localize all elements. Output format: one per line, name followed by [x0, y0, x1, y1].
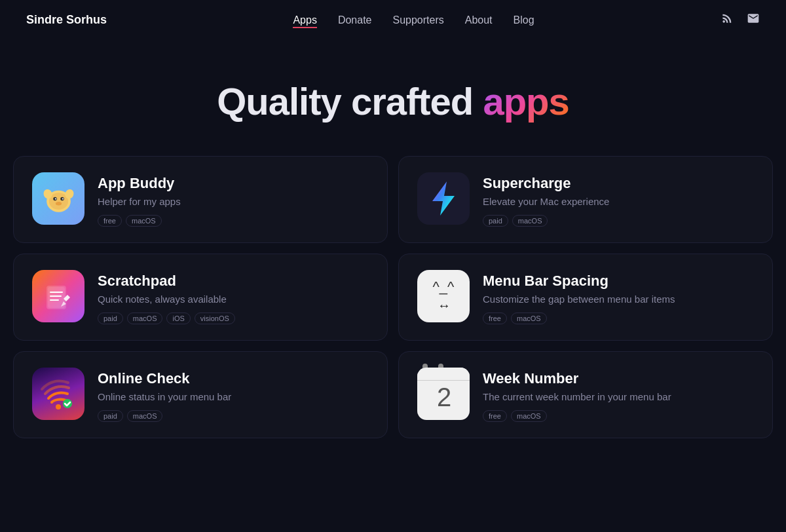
- tag-paid: paid: [483, 215, 508, 227]
- nav-icons: [720, 12, 760, 28]
- app-info-menu-bar-spacing: Menu Bar Spacing Customize the gap betwe…: [483, 270, 754, 324]
- app-name-online-check: Online Check: [98, 370, 369, 387]
- app-card-online-check[interactable]: Online Check Online status in your menu …: [13, 351, 388, 438]
- app-icon-week-number: 2: [417, 368, 470, 420]
- tag-visionos: visionOS: [195, 313, 235, 324]
- nav-link-about[interactable]: About: [465, 14, 493, 26]
- hero-title-gradient: apps: [483, 80, 569, 123]
- tag-free: free: [98, 215, 122, 227]
- tag-ios: iOS: [166, 313, 190, 324]
- tag-free: free: [483, 410, 507, 422]
- app-name-supercharge: Supercharge: [483, 175, 754, 192]
- app-tags-supercharge: paid macOS: [483, 215, 754, 227]
- nav-link-supporters[interactable]: Supporters: [392, 14, 443, 26]
- tag-macos: macOS: [512, 215, 548, 227]
- app-name-scratchpad: Scratchpad: [98, 273, 369, 290]
- app-tags-menu-bar-spacing: free macOS: [483, 313, 754, 324]
- app-tags-online-check: paid macOS: [98, 410, 369, 422]
- tag-paid: paid: [98, 410, 123, 422]
- app-info-app-buddy: App Buddy Helper for my apps free macOS: [98, 172, 369, 227]
- app-name-app-buddy: App Buddy: [98, 175, 369, 192]
- nav-links: Apps Donate Supporters About Blog: [293, 14, 534, 26]
- app-card-week-number[interactable]: 2 Week Number The current week number in…: [398, 351, 773, 438]
- app-name-menu-bar-spacing: Menu Bar Spacing: [483, 273, 754, 290]
- app-info-week-number: Week Number The current week number in y…: [483, 368, 754, 422]
- svg-point-7: [54, 198, 56, 199]
- hero-title-white: Quality crafted: [217, 80, 473, 123]
- app-desc-week-number: The current week number in your menu bar: [483, 391, 754, 402]
- app-tags-scratchpad: paid macOS iOS visionOS: [98, 313, 369, 324]
- apps-grid: App Buddy Helper for my apps free macOS: [0, 156, 786, 451]
- tag-macos: macOS: [126, 215, 162, 227]
- tag-macos: macOS: [511, 410, 547, 422]
- svg-point-14: [56, 404, 61, 409]
- app-icon-supercharge: [417, 172, 470, 225]
- svg-point-8: [62, 198, 63, 199]
- app-card-supercharge[interactable]: Supercharge Elevate your Mac experience …: [398, 156, 773, 243]
- tag-macos: macOS: [127, 410, 163, 422]
- nav-link-apps[interactable]: Apps: [293, 14, 316, 28]
- app-desc-app-buddy: Helper for my apps: [98, 196, 369, 207]
- app-name-week-number: Week Number: [483, 370, 754, 387]
- site-logo[interactable]: Sindre Sorhus: [26, 13, 107, 27]
- tag-paid: paid: [98, 313, 123, 324]
- nav-link-donate[interactable]: Donate: [338, 14, 372, 26]
- app-info-supercharge: Supercharge Elevate your Mac experience …: [483, 172, 754, 227]
- app-card-menu-bar-spacing[interactable]: ^_^ ↔ Menu Bar Spacing Customize the gap…: [398, 254, 773, 341]
- app-tags-app-buddy: free macOS: [98, 215, 369, 227]
- app-card-app-buddy[interactable]: App Buddy Helper for my apps free macOS: [13, 156, 388, 243]
- app-info-scratchpad: Scratchpad Quick notes, always available…: [98, 270, 369, 324]
- nav-link-blog[interactable]: Blog: [514, 14, 534, 26]
- app-icon-online-check: [32, 368, 84, 420]
- hero-title: Quality crafted apps: [26, 79, 760, 123]
- rss-icon[interactable]: [720, 12, 734, 28]
- app-icon-scratchpad: [32, 270, 84, 322]
- tag-free: free: [483, 313, 507, 324]
- app-card-scratchpad[interactable]: Scratchpad Quick notes, always available…: [13, 254, 388, 341]
- app-desc-online-check: Online status in your menu bar: [98, 391, 369, 402]
- app-desc-menu-bar-spacing: Customize the gap between menu bar items: [483, 294, 754, 305]
- email-icon[interactable]: [747, 12, 760, 28]
- tag-macos: macOS: [511, 313, 547, 324]
- app-info-online-check: Online Check Online status in your menu …: [98, 368, 369, 422]
- app-desc-scratchpad: Quick notes, always available: [98, 294, 369, 305]
- hero-section: Quality crafted apps: [0, 40, 786, 156]
- app-icon-app-buddy: [32, 172, 84, 225]
- navigation: Sindre Sorhus Apps Donate Supporters Abo…: [0, 0, 786, 40]
- tag-macos: macOS: [127, 313, 163, 324]
- app-tags-week-number: free macOS: [483, 410, 754, 422]
- app-desc-supercharge: Elevate your Mac experience: [483, 196, 754, 207]
- app-icon-menu-bar-spacing: ^_^ ↔: [417, 270, 470, 322]
- svg-point-4: [55, 202, 61, 206]
